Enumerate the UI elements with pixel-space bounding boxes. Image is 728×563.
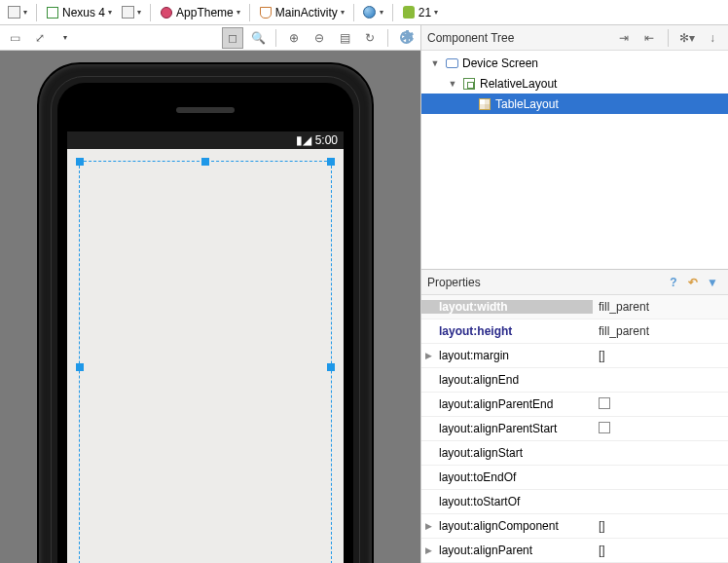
selection-box[interactable]: [79, 161, 332, 563]
tree-row-relativelayout[interactable]: ▼ RelativeLayout: [421, 73, 728, 94]
property-name: layout:alignParentEnd: [439, 397, 553, 411]
phone-speaker: [176, 107, 235, 113]
viewport-button-1[interactable]: ▭: [4, 27, 25, 49]
orientation-button[interactable]: ▾: [118, 2, 145, 23]
collapse-all-button[interactable]: ⇤: [639, 28, 659, 48]
undo-button[interactable]: ↶: [683, 276, 703, 289]
properties-header: Properties ? ↶ ▼: [421, 270, 728, 295]
property-name: layout:height: [439, 324, 512, 338]
resize-handle-e[interactable]: [327, 363, 335, 371]
resize-handle-nw[interactable]: [76, 158, 84, 166]
status-bar: ▮◢ 5:00: [67, 131, 344, 149]
resize-handle-n[interactable]: [201, 158, 209, 166]
property-value[interactable]: fill_parent: [593, 300, 728, 314]
config-toolbar: ▾ Nexus 4 ▾ ▾ AppTheme ▾ MainActivity ▾ …: [0, 0, 728, 25]
tree-label-table: TableLayout: [495, 97, 559, 111]
property-row[interactable]: layout:toStartOf: [421, 490, 728, 514]
property-row[interactable]: layout:alignStart: [421, 441, 728, 466]
property-value[interactable]: []: [593, 349, 728, 362]
property-name: layout:alignComponent: [439, 519, 559, 533]
zoom-out-button[interactable]: ⊖: [309, 27, 330, 49]
settings-button[interactable]: [395, 27, 417, 49]
layout-surface[interactable]: [67, 149, 344, 563]
property-name: layout:margin: [439, 349, 509, 362]
theme-label: AppTheme: [176, 6, 234, 19]
tree-row-tablelayout[interactable]: TableLayout: [421, 94, 728, 114]
device-label: Nexus 4: [62, 6, 105, 19]
resize-handle-ne[interactable]: [327, 158, 335, 166]
property-name: layout:toEndOf: [439, 470, 516, 484]
property-name: layout:alignParentStart: [439, 422, 557, 435]
property-row[interactable]: layout:toEndOf: [421, 466, 728, 490]
phone-frame: ▮◢ 5:00: [39, 64, 372, 563]
property-name: layout:alignParent: [439, 544, 532, 557]
bounds-button[interactable]: ▤: [334, 27, 355, 49]
palette-button[interactable]: ▾: [4, 2, 31, 23]
select-mode-button[interactable]: ◻: [222, 27, 243, 49]
checkbox[interactable]: [599, 397, 610, 409]
property-value[interactable]: [593, 397, 728, 412]
filter-button[interactable]: ▼: [703, 276, 722, 289]
help-button[interactable]: ?: [664, 276, 683, 289]
signal-icon: ▮◢: [296, 133, 311, 147]
status-time: 5:00: [315, 133, 338, 147]
properties-table[interactable]: layout:widthfill_parentlayout:heightfill…: [421, 295, 728, 563]
locale-selector[interactable]: ▾: [359, 2, 387, 23]
checkbox[interactable]: [599, 422, 610, 433]
relativelayout-icon: [463, 78, 475, 90]
api-label: 21: [419, 6, 431, 19]
design-canvas[interactable]: ▭ ⤢ ▾ ◻ 🔍 ⊕ ⊖ ▤ ↻ ▮◢ 5:00: [0, 25, 420, 563]
tree-label-device: Device Screen: [462, 56, 538, 70]
tree-header: Component Tree ⇥ ⇤ ✻▾ ↓: [421, 25, 728, 51]
property-value[interactable]: [593, 422, 728, 436]
viewport-button-dd[interactable]: ▾: [55, 27, 76, 49]
property-name: layout:toStartOf: [439, 495, 520, 508]
tree-label-rel: RelativeLayout: [480, 77, 557, 91]
expand-all-button[interactable]: ⇥: [614, 28, 634, 48]
property-row[interactable]: layout:widthfill_parent: [421, 295, 728, 319]
viewport-button-2[interactable]: ⤢: [29, 27, 51, 49]
refresh-button[interactable]: ↻: [359, 27, 381, 49]
zoom-in-button[interactable]: ⊕: [283, 27, 305, 49]
theme-selector[interactable]: AppTheme ▾: [156, 2, 244, 23]
property-row[interactable]: ▶layout:margin[]: [421, 344, 728, 368]
tree-hide-button[interactable]: ↓: [703, 28, 722, 48]
main-split: ▭ ⤢ ▾ ◻ 🔍 ⊕ ⊖ ▤ ↻ ▮◢ 5:00: [0, 25, 728, 563]
property-name: layout:alignStart: [439, 446, 523, 460]
property-row[interactable]: layout:alignParentEnd: [421, 393, 728, 417]
zoom-fit-button[interactable]: 🔍: [247, 27, 269, 49]
device-selector[interactable]: Nexus 4 ▾: [42, 2, 116, 23]
tree-title: Component Tree: [427, 31, 608, 45]
resize-handle-w[interactable]: [76, 363, 84, 371]
component-tree[interactable]: ▼ Device Screen ▼ RelativeLayout TableLa…: [421, 51, 728, 270]
properties-title: Properties: [427, 276, 664, 289]
tree-settings-button[interactable]: ✻▾: [677, 28, 697, 48]
property-name: layout:width: [439, 300, 508, 314]
property-row[interactable]: ▶layout:alignComponent[]: [421, 514, 728, 539]
property-row[interactable]: layout:heightfill_parent: [421, 319, 728, 344]
property-row[interactable]: layout:alignEnd: [421, 368, 728, 393]
property-row[interactable]: layout:alignParentStart: [421, 417, 728, 441]
property-row[interactable]: ▶layout:alignParent[]: [421, 539, 728, 563]
activity-label: MainActivity: [275, 6, 338, 19]
tree-row-device[interactable]: ▼ Device Screen: [421, 53, 728, 73]
device-icon: [446, 58, 458, 68]
api-selector[interactable]: 21 ▾: [398, 2, 442, 23]
tablelayout-icon: [479, 98, 491, 110]
right-panels: Component Tree ⇥ ⇤ ✻▾ ↓ ▼ Device Screen …: [420, 25, 728, 563]
property-value[interactable]: fill_parent: [593, 324, 728, 338]
property-name: layout:alignEnd: [439, 373, 519, 387]
activity-selector[interactable]: MainActivity ▾: [255, 2, 348, 23]
property-value[interactable]: []: [593, 544, 728, 557]
property-value[interactable]: []: [593, 519, 728, 533]
